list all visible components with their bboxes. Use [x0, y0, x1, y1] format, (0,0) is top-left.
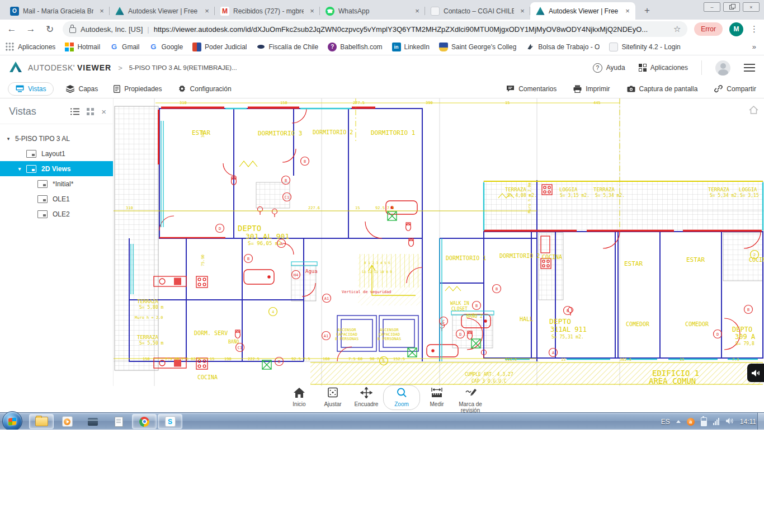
inicio-button[interactable]: Inicio: [282, 387, 316, 407]
bookmark-item[interactable]: Fiscalía de Chile: [256, 43, 318, 51]
ajustar-button[interactable]: Ajustar: [316, 387, 350, 407]
back-icon[interactable]: ←: [6, 23, 18, 35]
avast-tray-icon[interactable]: a: [687, 418, 695, 426]
captura-button[interactable]: Captura de pantalla: [627, 85, 698, 93]
mute-overlay-button[interactable]: [747, 364, 764, 382]
network-signal-icon[interactable]: [713, 418, 719, 425]
tree-caret-icon[interactable]: ▾: [17, 166, 22, 172]
tree-item[interactable]: OLE2: [0, 206, 113, 222]
plan-label: DEPTO: [549, 317, 571, 326]
language-indicator[interactable]: ES: [661, 418, 670, 426]
browser-tab[interactable]: Autodesk Viewer | Free C ×: [110, 2, 215, 20]
address-bar[interactable]: Autodesk, Inc. [US] | https://viewer.aut…: [63, 21, 687, 37]
tab-favicon: M: [220, 7, 229, 16]
medir-button[interactable]: Medir: [420, 387, 454, 407]
tree-item[interactable]: Layout1: [0, 146, 113, 161]
user-avatar[interactable]: [715, 60, 730, 76]
bookmark-item[interactable]: G Google: [149, 43, 183, 51]
svg-text:B: B: [304, 159, 306, 164]
tab-close-icon[interactable]: ×: [623, 7, 632, 16]
bookmark-item[interactable]: in LinkedIn: [392, 43, 430, 51]
tree-item-label: *Initial*: [53, 180, 73, 188]
browser-menu-icon[interactable]: ⋮: [750, 24, 758, 34]
tab-favicon: [115, 7, 124, 16]
tab-close-icon[interactable]: ×: [97, 7, 106, 16]
tab-close-icon[interactable]: ×: [202, 7, 211, 16]
bookmark-favicon: G: [110, 43, 119, 51]
tab-capas[interactable]: Capas: [66, 85, 98, 93]
apps-button[interactable]: Aplicaciones: [639, 64, 688, 72]
browser-tab[interactable]: Contacto – CGAI CHILE ×: [425, 2, 530, 20]
tree-caret-icon[interactable]: ▾: [6, 136, 11, 142]
bookmarks-overflow-icon[interactable]: »: [752, 43, 756, 51]
bookmark-label: Aplicaciones: [18, 43, 55, 51]
error-badge[interactable]: Error: [694, 22, 723, 36]
bookmark-item[interactable]: Hotmail: [65, 43, 100, 51]
tab-close-icon[interactable]: ×: [518, 7, 527, 16]
plan-label: 160: [323, 357, 330, 361]
browser-tab[interactable]: O Mail - María Graciela Bre ×: [4, 2, 110, 20]
bookmark-item[interactable]: G Gmail: [110, 43, 139, 51]
compartir-button[interactable]: Compartir: [714, 84, 756, 93]
tree-item[interactable]: *Initial*: [0, 176, 113, 191]
window-minimize-button[interactable]: –: [704, 2, 720, 12]
profile-avatar[interactable]: M: [729, 22, 743, 36]
clock[interactable]: 14:11: [740, 418, 756, 426]
windows-flag-icon: [8, 417, 16, 425]
tab-close-icon[interactable]: ×: [308, 7, 317, 16]
start-button[interactable]: [2, 411, 22, 431]
tab-close-icon[interactable]: ×: [413, 7, 422, 16]
taskbar-chrome-button[interactable]: [132, 414, 157, 429]
battery-icon[interactable]: [701, 417, 707, 426]
zoom-button[interactable]: Zoom: [383, 385, 420, 410]
bookmark-item[interactable]: Aplicaciones: [6, 43, 55, 51]
bookmark-favicon: in: [392, 43, 401, 51]
tree-item[interactable]: ▾ 2D Views: [0, 161, 113, 176]
taskbar-explorer-button[interactable]: [29, 414, 54, 429]
tab-propiedades[interactable]: Propiedades: [114, 85, 162, 93]
drawing-canvas[interactable]: ESTARDORMITORIO 3DORMITORIO 2DORMITORIO …: [114, 98, 764, 386]
window-close-button[interactable]: ×: [743, 2, 760, 12]
grid-view-icon[interactable]: [87, 108, 94, 115]
tab-vistas[interactable]: Vistas: [8, 82, 54, 96]
navigation-dock: Inicio Ajustar Encuadre Zoom Medir Marca…: [282, 387, 487, 413]
plan-label: WALK IN: [450, 301, 469, 306]
view-home-icon[interactable]: [749, 106, 758, 114]
tree-item[interactable]: ▾ 5-PISO TIPO 3 AL: [0, 131, 113, 146]
encuadre-button[interactable]: Encuadre: [350, 387, 383, 407]
taskbar-wmp-button[interactable]: [55, 414, 79, 429]
bookmark-item[interactable]: Bolsa de Trabajo - O: [526, 43, 600, 51]
browser-tab[interactable]: ☎ WhatsApp ×: [320, 2, 425, 20]
reload-icon[interactable]: ↻: [44, 23, 56, 35]
new-tab-button[interactable]: +: [640, 3, 654, 18]
help-button[interactable]: ? Ayuda: [593, 63, 625, 73]
configuracion-label: Configuración: [190, 85, 232, 93]
taskbar-wallet-button[interactable]: [81, 414, 105, 429]
list-view-icon[interactable]: [70, 108, 79, 115]
close-panel-icon[interactable]: ×: [101, 107, 106, 116]
bookmark-star-icon[interactable]: ☆: [673, 24, 681, 34]
window-restore-button[interactable]: [723, 2, 740, 12]
plan-label: 311.5: [505, 357, 517, 362]
show-desktop-button[interactable]: [757, 413, 764, 430]
taskbar-notepad-button[interactable]: [106, 414, 131, 429]
forward-icon[interactable]: →: [25, 23, 37, 35]
hamburger-menu-icon[interactable]: [744, 64, 755, 72]
volume-icon[interactable]: [725, 417, 734, 426]
bookmark-item[interactable]: Poder Judicial: [192, 43, 247, 51]
imprimir-button[interactable]: Imprimir: [573, 85, 610, 93]
taskbar-skype-button[interactable]: S: [158, 414, 182, 429]
tree-item[interactable]: OLE1: [0, 191, 113, 206]
bookmark-item[interactable]: ? Babelfish.com: [328, 43, 382, 51]
marca-revision-label: Marca de revisión: [454, 401, 487, 413]
browser-tab[interactable]: Autodesk Viewer | Free C ×: [530, 2, 635, 20]
bookmark-label: Gmail: [122, 43, 139, 51]
hidden-icons-arrow[interactable]: [676, 420, 681, 423]
comentarios-button[interactable]: Comentarios: [506, 85, 557, 93]
bookmark-item[interactable]: Sitefinity 4.2 - Login: [609, 43, 680, 51]
browser-tab[interactable]: M Recibidos (727) - mgbrei ×: [215, 2, 320, 20]
bookmark-label: Sitefinity 4.2 - Login: [621, 43, 680, 51]
bookmark-item[interactable]: Saint George's Colleg: [439, 43, 516, 51]
tab-configuracion[interactable]: Configuración: [178, 84, 232, 93]
marca-revision-button[interactable]: Marca de revisión: [454, 387, 487, 413]
